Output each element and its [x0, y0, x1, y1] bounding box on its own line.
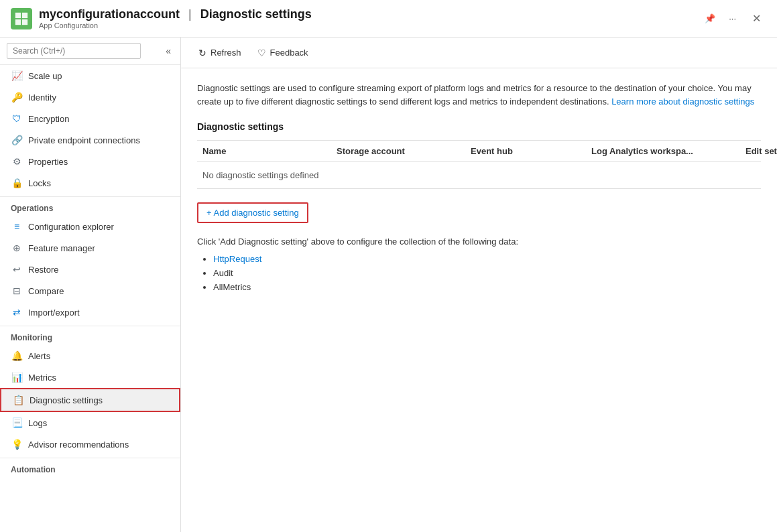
feature-manager-icon: ⊕ — [11, 242, 23, 254]
collapse-button[interactable]: « — [163, 44, 174, 58]
description-text: Diagnostic settings are used to configur… — [197, 82, 761, 108]
private-endpoint-icon: 🔗 — [11, 134, 23, 146]
diagnostic-settings-table: Name Storage account Event hub Log Analy… — [197, 140, 761, 189]
empty-message: No diagnostic settings defined — [197, 162, 761, 189]
sidebar-item-metrics[interactable]: 📊 Metrics — [0, 367, 180, 388]
resource-name: myconfigurationaccount — [39, 7, 180, 21]
metrics-icon: 📊 — [11, 371, 23, 383]
col-storage: Storage account — [331, 146, 465, 156]
compare-icon: ⊟ — [11, 285, 23, 297]
logs-icon: 📃 — [11, 417, 23, 429]
sidebar-item-label: Logs — [28, 418, 47, 428]
col-event-hub: Event hub — [465, 146, 586, 156]
automation-section-label: Automation — [0, 458, 180, 477]
sidebar-item-encryption[interactable]: 🛡 Encryption — [0, 108, 180, 129]
search-input[interactable] — [7, 43, 141, 59]
feedback-button[interactable]: ♡ Feedback — [251, 44, 315, 62]
feedback-icon: ♡ — [257, 48, 266, 58]
sidebar-item-label: Advisor recommendations — [28, 440, 129, 450]
sidebar-item-label: Diagnostic settings — [29, 395, 103, 405]
content-area: ↻ Refresh ♡ Feedback Diagnostic settings… — [181, 38, 777, 532]
monitoring-section-label: Monitoring — [0, 326, 180, 345]
diagnostic-settings-icon: 📋 — [12, 394, 24, 406]
sidebar-item-label: Locks — [28, 178, 51, 188]
page-title: myconfigurationaccount | Diagnostic sett… — [39, 7, 702, 21]
sidebar-item-label: Identity — [28, 92, 56, 103]
main-layout: « 📈 Scale up 🔑 Identity 🛡 Encryption 🔗 P… — [0, 38, 777, 532]
diagnostic-settings-title: Diagnostic settings — [200, 7, 312, 21]
col-edit: Edit setting — [740, 146, 777, 156]
content-body: Diagnostic settings are used to configur… — [181, 68, 777, 532]
diagnostic-settings-section-title: Diagnostic settings — [197, 121, 761, 132]
header-actions: 📌 ··· ✕ — [702, 9, 766, 27]
encryption-icon: 🛡 — [11, 113, 23, 125]
close-button[interactable]: ✕ — [747, 9, 766, 27]
import-export-icon: ⇄ — [11, 306, 23, 318]
list-item: Audit — [213, 266, 761, 280]
audit-label: Audit — [213, 268, 233, 278]
sidebar-item-diagnostic-settings[interactable]: 📋 Diagnostic settings — [0, 388, 180, 412]
identity-icon: 🔑 — [11, 91, 23, 103]
svg-rect-2 — [15, 19, 21, 24]
sidebar-item-alerts[interactable]: 🔔 Alerts — [0, 345, 180, 367]
sidebar-search-container: « — [0, 38, 180, 65]
refresh-button[interactable]: ↻ Refresh — [192, 44, 248, 62]
sidebar-item-locks[interactable]: 🔒 Locks — [0, 172, 180, 194]
sidebar-item-logs[interactable]: 📃 Logs — [0, 412, 180, 434]
locks-icon: 🔒 — [11, 177, 23, 189]
learn-more-link[interactable]: Learn more about diagnostic settings — [611, 96, 754, 107]
list-item: HttpRequest — [213, 252, 761, 266]
http-request-link[interactable]: HttpRequest — [213, 254, 261, 264]
feedback-label: Feedback — [270, 48, 308, 58]
add-diagnostic-setting-button[interactable]: + Add diagnostic setting — [197, 202, 308, 223]
sidebar-item-scale-up[interactable]: 📈 Scale up — [0, 65, 180, 86]
sidebar-item-feature-manager[interactable]: ⊕ Feature manager — [0, 237, 180, 259]
sidebar-item-label: Alerts — [28, 351, 50, 361]
sidebar-item-label: Restore — [28, 265, 59, 275]
list-item: AllMetrics — [213, 280, 761, 294]
restore-icon: ↩ — [11, 263, 23, 275]
col-name: Name — [197, 146, 331, 156]
refresh-label: Refresh — [211, 48, 241, 58]
sidebar-item-label: Feature manager — [28, 243, 95, 253]
header-subtitle: App Configuration — [39, 21, 702, 29]
advisor-icon: 💡 — [11, 438, 23, 450]
more-options-button[interactable]: ··· — [726, 11, 739, 26]
refresh-icon: ↻ — [198, 48, 206, 58]
app-icon-svg — [14, 11, 29, 26]
sidebar-scroll: 📈 Scale up 🔑 Identity 🛡 Encryption 🔗 Pri… — [0, 65, 180, 532]
pin-icon: 📌 — [705, 13, 715, 23]
header-title-block: myconfigurationaccount | Diagnostic sett… — [39, 7, 702, 29]
operations-section-label: Operations — [0, 196, 180, 216]
sidebar-item-advisor-recommendations[interactable]: 💡 Advisor recommendations — [0, 434, 180, 455]
sidebar-item-config-explorer[interactable]: ≡ Configuration explorer — [0, 216, 180, 237]
sidebar-item-label: Private endpoint connections — [28, 135, 140, 145]
all-metrics-label: AllMetrics — [213, 282, 251, 292]
properties-icon: ⚙ — [11, 155, 23, 168]
sidebar-item-label: Configuration explorer — [28, 222, 114, 232]
alerts-icon: 🔔 — [11, 350, 23, 362]
sidebar-item-label: Import/export — [28, 308, 80, 318]
sidebar-item-private-endpoint[interactable]: 🔗 Private endpoint connections — [0, 129, 180, 151]
svg-rect-1 — [22, 12, 27, 17]
sidebar-item-label: Encryption — [28, 114, 69, 124]
data-list-description: Click 'Add Diagnostic setting' above to … — [197, 237, 761, 247]
sidebar: « 📈 Scale up 🔑 Identity 🛡 Encryption 🔗 P… — [0, 38, 181, 532]
data-items-list: HttpRequest Audit AllMetrics — [197, 252, 761, 294]
sidebar-item-import-export[interactable]: ⇄ Import/export — [0, 302, 180, 323]
add-setting-label: + Add diagnostic setting — [206, 208, 299, 218]
sidebar-item-identity[interactable]: 🔑 Identity — [0, 86, 180, 108]
sidebar-item-properties[interactable]: ⚙ Properties — [0, 151, 180, 172]
sidebar-item-restore[interactable]: ↩ Restore — [0, 259, 180, 280]
svg-rect-0 — [15, 12, 21, 17]
app-icon — [11, 8, 32, 29]
sidebar-item-label: Metrics — [28, 373, 56, 383]
scale-up-icon: 📈 — [11, 70, 23, 82]
sidebar-item-label: Properties — [28, 157, 68, 167]
sidebar-item-compare[interactable]: ⊟ Compare — [0, 280, 180, 302]
separator: | — [188, 7, 195, 21]
table-header-row: Name Storage account Event hub Log Analy… — [197, 141, 761, 162]
pin-button[interactable]: 📌 — [702, 11, 718, 26]
header: myconfigurationaccount | Diagnostic sett… — [0, 0, 777, 38]
sidebar-item-label: Compare — [28, 286, 64, 296]
